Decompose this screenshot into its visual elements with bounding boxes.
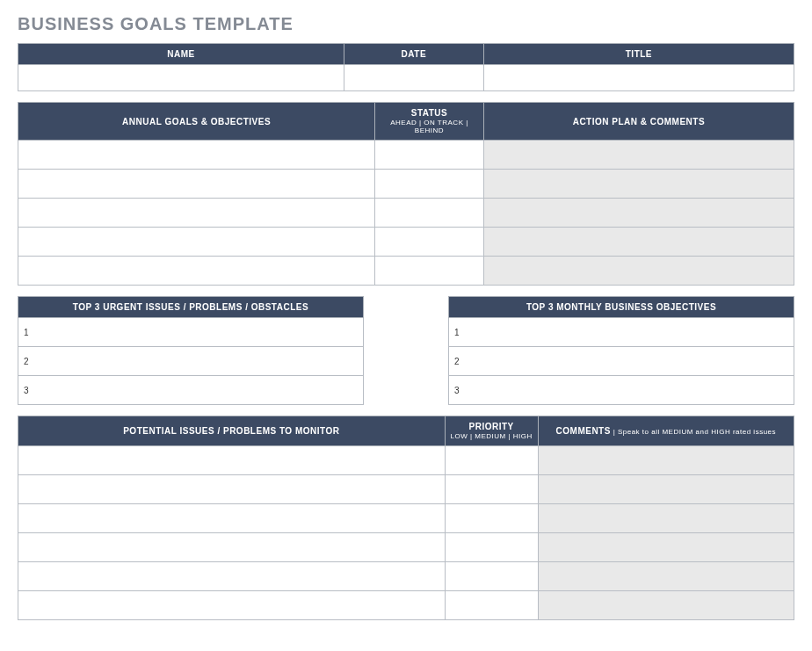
potential-priority-cell[interactable] — [445, 562, 538, 591]
table-row — [18, 504, 794, 533]
info-date-header: DATE — [344, 44, 483, 65]
table-row — [18, 591, 794, 620]
potential-priority-cell[interactable] — [445, 504, 538, 533]
potential-priority-cell[interactable] — [445, 446, 538, 475]
annual-status-cell[interactable] — [375, 228, 484, 257]
annual-action-cell[interactable] — [483, 228, 794, 257]
table-row: 2 — [449, 347, 794, 376]
potential-issue-cell[interactable] — [18, 533, 446, 562]
potential-comment-cell[interactable] — [538, 475, 794, 504]
annual-goal-cell[interactable] — [18, 199, 375, 228]
potential-priority-sub: LOW | MEDIUM | HIGH — [449, 432, 534, 440]
annual-action-header: ACTION PLAN & COMMENTS — [483, 103, 794, 141]
table-row: 3 — [449, 376, 794, 405]
potential-priority-label: PRIORITY — [469, 422, 514, 431]
urgent-row-num: 1 — [18, 318, 192, 347]
potential-issue-cell[interactable] — [18, 591, 446, 620]
monthly-row-value[interactable] — [621, 347, 794, 376]
annual-status-cell[interactable] — [375, 170, 484, 199]
info-name-header: NAME — [18, 44, 344, 65]
annual-goals-header: ANNUAL GOALS & OBJECTIVES — [18, 103, 375, 141]
monthly-objectives-table: TOP 3 MONTHLY BUSINESS OBJECTIVES 1 2 3 — [448, 296, 794, 405]
table-row: 1 — [18, 318, 364, 347]
annual-goal-cell[interactable] — [18, 257, 375, 286]
annual-status-cell[interactable] — [375, 199, 484, 228]
potential-priority-cell[interactable] — [445, 591, 538, 620]
urgent-row-num: 3 — [18, 376, 192, 405]
monthly-objectives-header: TOP 3 MONTHLY BUSINESS OBJECTIVES — [449, 297, 794, 318]
monthly-row-num: 3 — [449, 376, 622, 405]
info-table: NAME DATE TITLE — [18, 43, 794, 91]
annual-action-cell[interactable] — [483, 199, 794, 228]
urgent-issues-table: TOP 3 URGENT ISSUES / PROBLEMS / OBSTACL… — [18, 296, 364, 405]
urgent-row-num: 2 — [18, 347, 192, 376]
annual-action-cell[interactable] — [483, 257, 794, 286]
potential-priority-cell[interactable] — [445, 533, 538, 562]
table-row: 2 — [18, 347, 364, 376]
table-row — [18, 141, 794, 170]
urgent-issues-header: TOP 3 URGENT ISSUES / PROBLEMS / OBSTACL… — [18, 297, 364, 318]
info-title-cell[interactable] — [483, 65, 794, 91]
annual-status-sub: AHEAD | ON TRACK | BEHIND — [379, 119, 480, 134]
table-row: 3 — [18, 376, 364, 405]
table-row — [18, 562, 794, 591]
potential-comment-cell[interactable] — [538, 591, 794, 620]
potential-issues-table: POTENTIAL ISSUES / PROBLEMS TO MONITOR P… — [18, 416, 794, 620]
table-row — [18, 257, 794, 286]
annual-action-cell[interactable] — [483, 141, 794, 170]
potential-comment-cell[interactable] — [538, 446, 794, 475]
info-title-header: TITLE — [483, 44, 794, 65]
potential-issue-cell[interactable] — [18, 504, 446, 533]
urgent-row-value[interactable] — [191, 347, 364, 376]
urgent-row-value[interactable] — [191, 318, 364, 347]
info-name-cell[interactable] — [18, 65, 344, 91]
urgent-row-value[interactable] — [191, 376, 364, 405]
annual-goal-cell[interactable] — [18, 228, 375, 257]
table-row — [18, 475, 794, 504]
potential-issue-cell[interactable] — [18, 446, 446, 475]
annual-goal-cell[interactable] — [18, 170, 375, 199]
table-row — [18, 533, 794, 562]
annual-status-cell[interactable] — [375, 257, 484, 286]
potential-issues-header: POTENTIAL ISSUES / PROBLEMS TO MONITOR — [18, 416, 446, 446]
monthly-row-value[interactable] — [621, 376, 794, 405]
info-date-cell[interactable] — [344, 65, 483, 91]
page-title: BUSINESS GOALS TEMPLATE — [18, 14, 794, 34]
potential-comment-cell[interactable] — [538, 562, 794, 591]
table-row — [18, 446, 794, 475]
potential-comments-label: COMMENTS — [556, 426, 611, 436]
table-row — [18, 170, 794, 199]
annual-action-cell[interactable] — [483, 170, 794, 199]
annual-status-cell[interactable] — [375, 141, 484, 170]
monthly-row-value[interactable] — [621, 318, 794, 347]
potential-comment-cell[interactable] — [538, 504, 794, 533]
table-row — [18, 228, 794, 257]
potential-comments-header: COMMENTS | Speak to all MEDIUM and HIGH … — [538, 416, 794, 446]
potential-priority-cell[interactable] — [445, 475, 538, 504]
table-row — [18, 199, 794, 228]
potential-comments-sub: | Speak to all MEDIUM and HIGH rated iss… — [611, 428, 776, 436]
potential-issue-cell[interactable] — [18, 562, 446, 591]
monthly-row-num: 2 — [449, 347, 622, 376]
potential-issue-cell[interactable] — [18, 475, 446, 504]
annual-status-header: STATUS AHEAD | ON TRACK | BEHIND — [375, 103, 484, 141]
annual-goal-cell[interactable] — [18, 141, 375, 170]
annual-status-label: STATUS — [411, 108, 448, 118]
annual-goals-table: ANNUAL GOALS & OBJECTIVES STATUS AHEAD |… — [18, 102, 794, 286]
monthly-row-num: 1 — [449, 318, 622, 347]
potential-comment-cell[interactable] — [538, 533, 794, 562]
table-row: 1 — [449, 318, 794, 347]
potential-priority-header: PRIORITY LOW | MEDIUM | HIGH — [445, 416, 538, 446]
